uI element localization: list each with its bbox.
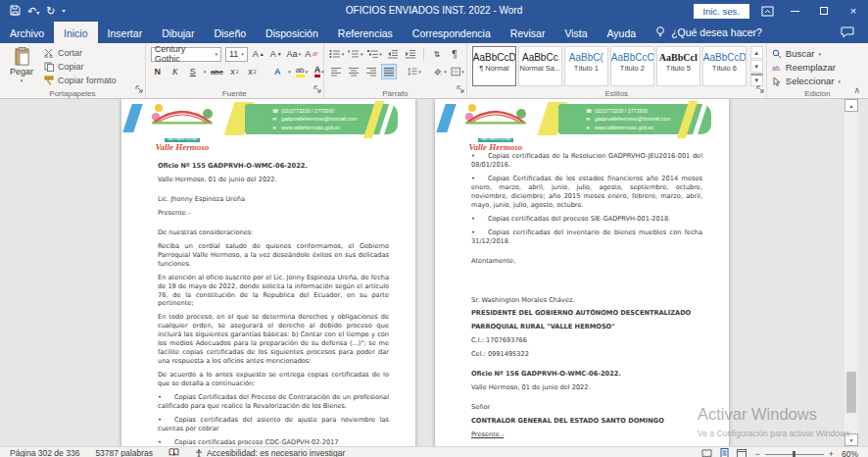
paragraph[interactable]: Oficio Nº 155 GADPRVH-O-WMC-06-2022.	[158, 162, 389, 171]
change-case-button[interactable]: Aa▾	[287, 47, 301, 61]
style-card[interactable]: AaBbCcDc Título 6	[702, 46, 747, 86]
paste-button[interactable]: Pegar ▾	[5, 46, 38, 86]
shading-icon[interactable]: ▾	[433, 65, 447, 78]
ribbon-tab[interactable]: Inicio	[54, 22, 98, 43]
increase-indent-icon[interactable]	[404, 47, 417, 61]
paragraph[interactable]: De acuerdo a lo antes expuesto se entreg…	[158, 371, 389, 388]
styles-scroll-down-icon[interactable]: ▼	[750, 60, 763, 73]
vertical-scrollbar[interactable]: ▲ ▼	[844, 99, 858, 446]
page-indicator[interactable]: Página 302 de 336	[10, 448, 79, 457]
paragraph[interactable]: CONTRALOR GENERAL DEL ESTADO SANTO DOMIN…	[471, 417, 702, 426]
underline-button[interactable]: S	[186, 65, 200, 78]
scrollbar-thumb[interactable]	[846, 372, 856, 413]
paragraph[interactable]: Copias Certificadas del Proceso de Contr…	[158, 393, 389, 411]
font-dialog-launcher-icon[interactable]	[313, 79, 321, 97]
paragraph[interactable]: Sr. Washington Morales Chávez.	[471, 296, 702, 305]
paragraph[interactable]: Valle Hermoso, 01 de junio del 2022.	[158, 176, 389, 184]
ribbon-tab[interactable]: Diseño	[204, 22, 256, 43]
justify-icon[interactable]	[382, 65, 396, 78]
document-page-left[interactable]: GAD PARROQUIAL Valle Hermoso ☎(02)277322…	[121, 99, 415, 446]
zoom-out-icon[interactable]: −	[754, 449, 759, 457]
close-button[interactable]: ×	[839, 0, 868, 22]
paragraph[interactable]: Reciba un cordial saludo de quienes conf…	[158, 242, 389, 269]
ribbon-tab[interactable]: Referencias	[328, 22, 403, 43]
paragraph[interactable]: C.I.: 1707693766	[471, 336, 702, 345]
paragraph[interactable]: Señor	[471, 403, 702, 412]
paragraph[interactable]: PRESIDENTE DEL GOBIERNO AUTÓNOMO DESCENT…	[471, 309, 702, 318]
bold-button[interactable]: N	[151, 65, 165, 78]
styles-scroll-up-icon[interactable]: ▲	[750, 46, 763, 59]
word-count[interactable]: 53787 palabras	[95, 448, 153, 457]
scroll-down-icon[interactable]: ▼	[844, 433, 858, 446]
customize-qat-icon[interactable]: ▾	[62, 8, 65, 14]
ribbon-tab[interactable]: Revisar	[501, 22, 555, 43]
undo-icon[interactable]: ↶▾	[27, 6, 39, 17]
subscript-button[interactable]: x2	[227, 65, 241, 78]
paragraph[interactable]: Lic. Jhonny Espinoza Ureña	[158, 195, 389, 204]
paragraph-dialog-launcher-icon[interactable]	[457, 79, 464, 97]
ribbon-tab[interactable]: Vista	[555, 22, 597, 43]
line-spacing-icon[interactable]: ▾	[408, 65, 421, 78]
ribbon-tab[interactable]: Ayuda	[598, 22, 647, 43]
ribbon-tab[interactable]: Dibujar	[152, 22, 204, 43]
paragraph[interactable]: Copias certificadas del inventario de bi…	[471, 228, 702, 246]
print-layout-icon[interactable]	[720, 448, 729, 457]
style-card[interactable]: AaBbCc Normal Sa...	[518, 46, 562, 86]
text-effects-button[interactable]: A	[270, 65, 284, 78]
paragraph[interactable]: PARROQUIAL RURAL "VALLE HERMOSO"	[471, 323, 702, 331]
paragraph[interactable]	[471, 271, 702, 296]
format-painter-button[interactable]: Copiar formato	[44, 75, 117, 86]
web-layout-icon[interactable]	[737, 449, 747, 457]
comments-icon[interactable]	[841, 22, 868, 43]
paragraph[interactable]: De nuestras consideraciones:	[158, 228, 389, 237]
document-page-right[interactable]: GAD PARROQUIAL Valle Hermoso ☎(02)277322…	[435, 99, 729, 446]
paragraph[interactable]: Valle Hermoso, 01 de junio del 2022.	[471, 383, 702, 392]
accessibility-status[interactable]: Accesibilidad: es necesario investigar	[195, 448, 345, 457]
ribbon-tab[interactable]: Disposición	[256, 22, 328, 43]
scroll-up-icon[interactable]: ▲	[844, 99, 858, 112]
find-button[interactable]: Buscar▾	[772, 47, 863, 60]
ribbon-tab[interactable]: Archivo	[0, 22, 54, 43]
style-card[interactable]: AaBbCcD ¶ Normal	[472, 46, 516, 86]
align-right-icon[interactable]	[364, 65, 378, 78]
redo-icon[interactable]: ↻	[46, 6, 55, 17]
decrease-indent-icon[interactable]	[386, 47, 400, 61]
read-mode-icon[interactable]	[701, 449, 712, 457]
style-card[interactable]: AaBbCcl Título 5	[656, 46, 700, 86]
minimize-button[interactable]	[780, 0, 809, 22]
paragraph[interactable]: En atención al oficio suscrito por el Li…	[158, 274, 389, 309]
zoom-slider[interactable]	[765, 454, 824, 455]
paragraph[interactable]: Cel.: 0991495322	[471, 350, 702, 359]
save-icon[interactable]	[10, 5, 21, 18]
select-button[interactable]: Seleccionar▾	[772, 75, 863, 87]
style-card[interactable]: AaBbCcC Título 2	[610, 46, 654, 86]
paragraph[interactable]: Atentamente,	[471, 257, 702, 266]
grow-font-button[interactable]: A▲	[252, 47, 265, 61]
multilevel-list-icon[interactable]: ▾	[367, 47, 382, 61]
align-center-icon[interactable]	[347, 65, 361, 78]
style-card[interactable]: AaBbC( Título 1	[564, 46, 608, 86]
paragraph[interactable]: Copias certificadas del asiento de ajust…	[158, 416, 389, 433]
cut-button[interactable]: Cortar	[44, 47, 117, 59]
superscript-button[interactable]: x2	[245, 65, 259, 78]
paragraph[interactable]: Copias certificadas del proceso SIE-GADP…	[471, 215, 702, 224]
align-left-icon[interactable]	[329, 65, 343, 78]
zoom-level[interactable]: 60%	[842, 449, 858, 457]
numbering-icon[interactable]: ▾	[348, 47, 362, 61]
ribbon-display-options-icon[interactable]	[761, 6, 774, 17]
restore-button[interactable]	[809, 0, 839, 22]
copy-button[interactable]: Copiar	[44, 61, 117, 73]
paragraph[interactable]: Copias certificadas de la Resolucion GAD…	[471, 152, 702, 170]
clipboard-dialog-launcher-icon[interactable]	[135, 79, 143, 97]
paragraph[interactable]: Copias certificadas proceso CDC-GADPVH-0…	[158, 438, 389, 446]
italic-button[interactable]: K	[169, 65, 182, 78]
proofing-errors-icon[interactable]	[169, 448, 179, 457]
text-highlight-button[interactable]: ab▾	[295, 65, 309, 78]
tell-me-search[interactable]: ¿Qué desea hacer?	[646, 22, 772, 43]
ribbon-tab[interactable]: Correspondencia	[403, 22, 501, 43]
zoom-slider-thumb[interactable]	[793, 451, 796, 457]
font-family-combo[interactable]: Century Gothic▾	[151, 47, 221, 62]
paragraph[interactable]: Presente.-	[158, 209, 389, 218]
ribbon-tab[interactable]: Insertar	[98, 22, 153, 43]
paragraph[interactable]: En todo proceso, en el que se determina …	[158, 313, 389, 366]
